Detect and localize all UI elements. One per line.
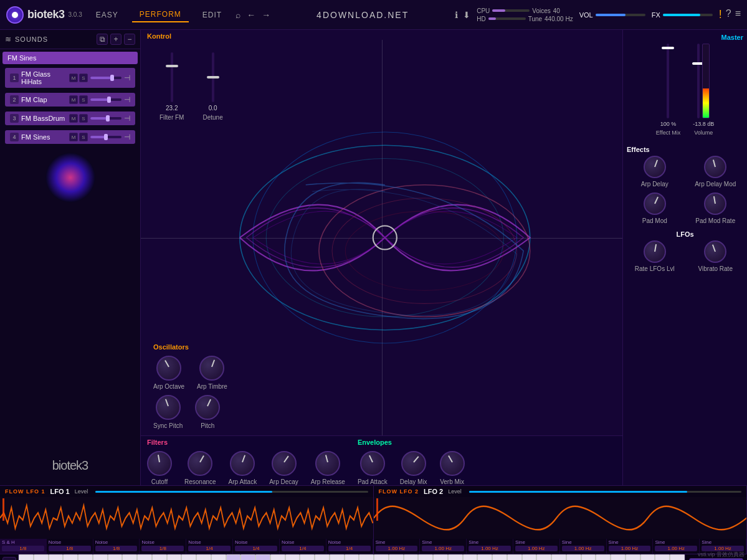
pitch-knob[interactable]: [195, 395, 220, 420]
detune-track[interactable]: [212, 52, 214, 102]
arp-delay-mod-knob[interactable]: [704, 156, 726, 178]
white-key-e2[interactable]: [255, 554, 270, 560]
lfo2-step-5[interactable]: Sine 1.00 Hz: [607, 539, 654, 554]
white-key-e0[interactable]: [49, 554, 64, 560]
lfo1-step-3[interactable]: Noise 1/8: [140, 539, 186, 554]
white-key-c5[interactable]: C5: [536, 554, 551, 560]
delay-mix-knob[interactable]: [401, 451, 426, 476]
lfo2-step-6[interactable]: Sine 1.00 Hz: [653, 539, 700, 554]
solo-1[interactable]: S: [79, 74, 88, 82]
white-key-e4[interactable]: [463, 554, 478, 560]
white-key-b4[interactable]: [522, 554, 537, 560]
nav-perform[interactable]: PERFORM: [132, 7, 189, 22]
key-ctrl-up[interactable]: ▲: [2, 557, 16, 560]
white-key-a4[interactable]: [507, 554, 522, 560]
track-slider-4[interactable]: [90, 136, 121, 138]
white-key-d6[interactable]: [655, 554, 670, 560]
white-key-c4[interactable]: C4: [433, 554, 448, 560]
filter-fm-thumb[interactable]: [166, 65, 178, 67]
menu-icon[interactable]: ≡: [735, 8, 741, 21]
solo-4[interactable]: S: [79, 133, 88, 141]
forward-icon[interactable]: →: [262, 10, 270, 20]
white-key-g2[interactable]: [285, 554, 300, 560]
white-key-c0[interactable]: C0: [19, 554, 34, 560]
channel-icon-2[interactable]: ⊣: [124, 95, 130, 104]
pad-attack-knob[interactable]: [360, 451, 385, 476]
arp-delay-knob[interactable]: [644, 156, 666, 178]
white-key-a0[interactable]: [93, 554, 108, 560]
filter-fm-slider[interactable]: 23.2 Filter FM: [159, 52, 184, 121]
white-key-d3[interactable]: [345, 554, 359, 560]
white-key-b1[interactable]: [211, 554, 226, 560]
piano-keys[interactable]: C0 C1 C2 C3: [19, 554, 685, 560]
volume-track[interactable]: [697, 44, 700, 118]
white-key-a5[interactable]: [611, 554, 626, 560]
white-key-b3[interactable]: [418, 554, 433, 560]
white-key-b5[interactable]: [626, 554, 640, 560]
white-key-d5[interactable]: [551, 554, 566, 560]
mute-3[interactable]: M: [69, 114, 78, 123]
white-key-f1[interactable]: [167, 554, 182, 560]
lfo1-step-5[interactable]: Noise 1/4: [233, 539, 280, 554]
lfo2-step-2[interactable]: Sine 1.00 Hz: [467, 539, 513, 554]
arp-release-knob[interactable]: [315, 451, 340, 476]
lfo2-step-1[interactable]: Sine 1.00 Hz: [420, 539, 467, 554]
info-icon[interactable]: ℹ: [455, 10, 458, 20]
white-key-e3[interactable]: [359, 554, 374, 560]
white-key-d4[interactable]: [448, 554, 463, 560]
sound-item-1[interactable]: 1 FM Glass HiHats M S ⊣: [5, 68, 135, 88]
solo-2[interactable]: S: [79, 95, 88, 104]
arp-timbre-knob[interactable]: [199, 356, 224, 381]
white-key-a1[interactable]: [196, 554, 211, 560]
verb-mix-knob[interactable]: [440, 451, 465, 476]
white-key-c1[interactable]: C1: [122, 554, 137, 560]
vol-slider[interactable]: [596, 14, 645, 16]
lfo1-step-4[interactable]: Noise 1/4: [186, 539, 233, 554]
lfo2-step-0[interactable]: Sine 1.00 Hz: [374, 539, 421, 554]
sound-item-3[interactable]: 3 FM BassDrum M S ⊣: [5, 112, 135, 125]
back-icon[interactable]: ←: [247, 10, 255, 20]
white-key-f4[interactable]: [477, 554, 492, 560]
alert-icon[interactable]: !: [719, 8, 722, 21]
detune-thumb[interactable]: [207, 76, 219, 78]
white-key-g5[interactable]: [596, 554, 611, 560]
mute-4[interactable]: M: [69, 133, 78, 141]
white-key-e6[interactable]: [670, 554, 685, 560]
sound-item-2[interactable]: 2 FM Clap M S ⊣: [5, 93, 135, 107]
cutoff-knob[interactable]: [147, 451, 172, 476]
white-key-f0[interactable]: [63, 554, 78, 560]
white-key-d1[interactable]: [137, 554, 152, 560]
white-key-f5[interactable]: [581, 554, 596, 560]
channel-icon-1[interactable]: ⊣: [124, 74, 130, 82]
white-key-a2[interactable]: [300, 554, 315, 560]
mute-2[interactable]: M: [69, 95, 78, 104]
white-key-e5[interactable]: [566, 554, 581, 560]
track-slider-3[interactable]: [90, 117, 121, 120]
lfo1-step-7[interactable]: Noise 1/4: [326, 539, 373, 554]
channel-icon-3[interactable]: ⊣: [124, 114, 130, 123]
lfo1-step-1[interactable]: Noise 1/8: [47, 539, 93, 554]
remove-sounds-btn[interactable]: −: [124, 34, 135, 45]
lfo2-step-3[interactable]: Sine 1.00 Hz: [513, 539, 560, 554]
white-key-c3[interactable]: C3: [330, 554, 345, 560]
sound-item-active[interactable]: FM Sines: [2, 52, 138, 64]
channel-icon-4[interactable]: ⊣: [124, 133, 130, 141]
lfo2-level-bar[interactable]: [469, 491, 741, 493]
white-key-a3[interactable]: [404, 554, 419, 560]
download-icon[interactable]: ⬇: [463, 10, 470, 20]
nav-edit[interactable]: EDIT: [195, 8, 229, 22]
sync-pitch-knob[interactable]: [156, 395, 181, 420]
white-key-f2[interactable]: [270, 554, 285, 560]
white-key-g1[interactable]: [181, 554, 196, 560]
effect-mix-slider[interactable]: 100 % Effect Mix: [656, 44, 680, 136]
lfo1-step-6[interactable]: Noise 1/4: [280, 539, 326, 554]
pad-mod-rate-knob[interactable]: [704, 192, 726, 215]
white-key-e1[interactable]: [152, 554, 167, 560]
nav-easy[interactable]: EASY: [88, 8, 126, 22]
track-slider-2[interactable]: [90, 98, 121, 101]
arp-octave-knob[interactable]: [156, 356, 181, 381]
white-key-d2[interactable]: [240, 554, 255, 560]
effect-mix-track[interactable]: [667, 44, 669, 118]
rate-lfos-lvl-knob[interactable]: [644, 240, 666, 263]
arp-attack-knob[interactable]: [230, 451, 255, 476]
